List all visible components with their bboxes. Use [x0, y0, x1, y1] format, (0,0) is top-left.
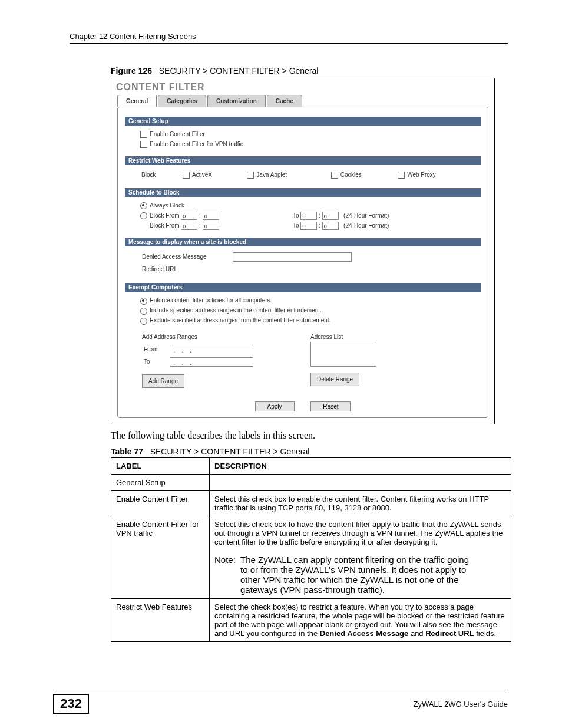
- reset-button[interactable]: Reset: [310, 401, 351, 411]
- label-java: Java Applet: [256, 172, 287, 178]
- radio-block-from-1[interactable]: [140, 212, 147, 219]
- th-description: DESCRIPTION: [210, 458, 511, 475]
- tab-cache[interactable]: Cache: [267, 95, 302, 107]
- radio-exclude[interactable]: [140, 318, 147, 325]
- label-block: Block: [141, 170, 181, 180]
- label-add-ranges: Add Address Ranges: [142, 332, 308, 342]
- checkbox-cookies[interactable]: [331, 172, 338, 179]
- input-from-m1[interactable]: 0: [203, 212, 219, 220]
- tab-customization[interactable]: Customization: [207, 95, 266, 107]
- address-listbox[interactable]: [310, 342, 376, 367]
- section-exempt: Exempt Computers: [125, 283, 481, 292]
- th-label: LABEL: [111, 458, 210, 475]
- label-block-from-1: Block From: [150, 212, 180, 219]
- label-24h-2: (24-Hour Format): [343, 222, 389, 229]
- add-range-button[interactable]: Add Range: [142, 374, 184, 388]
- label-address-list: Address List: [310, 332, 477, 342]
- label-to-2: To: [293, 222, 299, 229]
- label-include: Include specified address ranges in the …: [150, 307, 322, 314]
- figure-title: SECURITY > CONTENT FILTER > General: [159, 66, 319, 75]
- input-denied-message[interactable]: [233, 252, 352, 262]
- section-restrict: Restrict Web Features: [125, 156, 481, 165]
- input-to-m2[interactable]: 0: [322, 222, 339, 230]
- table-label: Table 77: [111, 447, 143, 456]
- label-enable-cf: Enable Content Filter: [150, 131, 205, 137]
- apply-button[interactable]: Apply: [255, 401, 295, 411]
- row-restrict-label: Restrict Web Features: [111, 599, 210, 642]
- checkbox-activex[interactable]: [183, 172, 190, 179]
- tabs: General Categories Customization Cache: [111, 95, 494, 107]
- input-from-ip[interactable]: . . .: [170, 345, 253, 354]
- delete-range-button[interactable]: Delete Range: [310, 373, 359, 386]
- section-message: Message to display when a site is blocke…: [125, 238, 481, 246]
- note-label: Note:: [214, 555, 236, 565]
- input-to-h1[interactable]: 0: [300, 212, 317, 220]
- table-title: SECURITY > CONTENT FILTER > General: [150, 447, 310, 456]
- page-number: 232: [53, 694, 89, 714]
- tab-categories[interactable]: Categories: [158, 95, 206, 107]
- row-enable-cf-vpn-desc: Select this check box to have the conten…: [210, 516, 511, 599]
- screenshot-figure: CONTENT FILTER General Categories Custom…: [111, 78, 495, 424]
- checkbox-webproxy[interactable]: [398, 172, 405, 179]
- label-block-from-2: Block From: [150, 222, 180, 229]
- label-activex: ActiveX: [192, 172, 212, 178]
- radio-include[interactable]: [140, 308, 147, 315]
- input-to-h2[interactable]: 0: [300, 222, 317, 230]
- figure-label: Figure 126: [111, 66, 152, 75]
- row-enable-cf-vpn-desc-text: Select this check box to have the conten…: [214, 520, 503, 546]
- chapter-header: Chapter 12 Content Filtering Screens: [70, 32, 508, 44]
- row-restrict-bold1: Denied Access Message: [320, 629, 409, 638]
- table-caption: Table 77 SECURITY > CONTENT FILTER > Gen…: [111, 447, 508, 456]
- label-from: From: [143, 343, 168, 354]
- row-restrict-mid: and: [408, 629, 425, 638]
- label-redirect: Redirect URL: [141, 263, 231, 275]
- checkbox-enable-cf-vpn[interactable]: [140, 141, 147, 148]
- row-restrict-tail: fields.: [474, 629, 497, 638]
- row-general-setup-desc: [210, 475, 511, 491]
- row-enable-cf-vpn-label: Enable Content Filter for VPN traffic: [111, 516, 210, 599]
- label-to-1: To: [293, 212, 299, 219]
- panel-title: CONTENT FILTER: [111, 78, 494, 95]
- guide-name: ZyWALL 2WG User's Guide: [414, 700, 508, 709]
- radio-enforce-all[interactable]: [140, 298, 147, 305]
- radio-always-block[interactable]: [140, 202, 147, 209]
- description-table: LABEL DESCRIPTION General Setup Enable C…: [111, 457, 511, 642]
- label-always-block: Always Block: [150, 202, 184, 209]
- row-general-setup-label: General Setup: [111, 475, 210, 491]
- section-schedule: Schedule to Block: [125, 188, 481, 197]
- label-enable-cf-vpn: Enable Content Filter for VPN traffic: [150, 141, 243, 147]
- row-restrict-bold2: Redirect URL: [425, 629, 474, 638]
- input-from-m2[interactable]: 0: [203, 222, 219, 230]
- note-body: The ZyWALL can apply content filtering o…: [240, 555, 470, 595]
- label-webproxy: Web Proxy: [407, 172, 436, 178]
- input-from-h1[interactable]: 0: [181, 212, 197, 220]
- label-cookies: Cookies: [340, 172, 362, 178]
- tab-pane: General Setup Enable Content Filter Enab…: [117, 107, 488, 418]
- label-enforce-all: Enforce content filter policies for all …: [150, 297, 272, 304]
- figure-caption: Figure 126 SECURITY > CONTENT FILTER > G…: [111, 66, 508, 75]
- checkbox-java[interactable]: [247, 172, 254, 179]
- tab-general[interactable]: General: [117, 95, 157, 107]
- input-to-m1[interactable]: 0: [322, 212, 339, 220]
- label-exclude: Exclude specified address ranges from th…: [150, 317, 330, 324]
- label-to-ip: To: [143, 356, 168, 367]
- input-from-h2[interactable]: 0: [181, 222, 197, 230]
- row-restrict-desc: Select the check box(es) to restrict a f…: [210, 599, 511, 642]
- checkbox-enable-cf[interactable]: [140, 131, 147, 138]
- row-enable-cf-desc: Select this check box to enable the cont…: [210, 491, 511, 516]
- label-24h-1: (24-Hour Format): [343, 212, 389, 219]
- intro-text: The following table describes the labels…: [111, 430, 508, 441]
- row-enable-cf-label: Enable Content Filter: [111, 491, 210, 516]
- input-to-ip[interactable]: . . .: [170, 357, 253, 367]
- label-denied: Denied Access Message: [141, 251, 231, 262]
- section-general-setup: General Setup: [125, 117, 481, 126]
